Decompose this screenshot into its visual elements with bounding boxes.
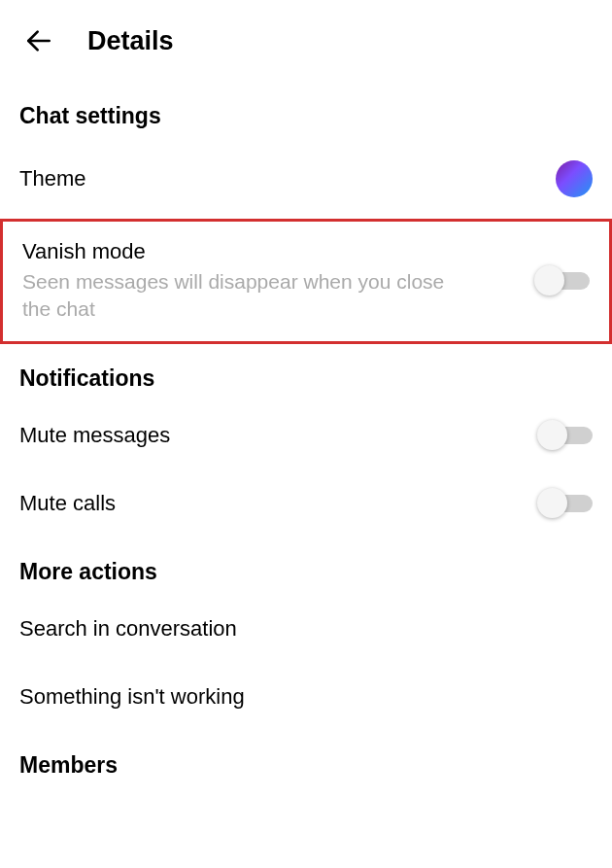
vanish-mode-description: Seen messages will disappear when you cl… [22,268,459,324]
mute-calls-text: Mute calls [19,491,540,516]
vanish-mode-label: Vanish mode [22,239,537,264]
mute-messages-text: Mute messages [19,423,540,448]
mute-messages-label: Mute messages [19,423,540,448]
mute-messages-row: Mute messages [0,401,612,469]
section-chat-settings: Chat settings [0,82,612,139]
header: Details [0,0,612,82]
toggle-knob [537,488,567,518]
mute-calls-toggle[interactable] [540,495,593,512]
mute-calls-row: Mute calls [0,469,612,538]
report-problem-row[interactable]: Something isn't working [0,663,612,731]
section-notifications: Notifications [0,344,612,401]
theme-text: Theme [19,166,556,191]
content: Chat settings Theme Vanish mode Seen mes… [0,82,612,788]
back-button[interactable] [19,21,58,60]
toggle-knob [537,420,567,450]
theme-row[interactable]: Theme [0,139,612,219]
vanish-mode-toggle[interactable] [537,272,590,290]
section-members: Members [0,731,612,788]
toggle-knob [534,265,564,295]
section-more-actions: More actions [0,538,612,595]
search-conversation-row[interactable]: Search in conversation [0,595,612,663]
vanish-mode-row: Vanish mode Seen messages will disappear… [0,219,612,344]
mute-calls-label: Mute calls [19,491,540,516]
theme-label: Theme [19,166,556,191]
page-title: Details [87,26,174,56]
vanish-mode-text: Vanish mode Seen messages will disappear… [22,239,537,324]
mute-messages-toggle[interactable] [540,427,593,444]
theme-color-icon [556,160,593,197]
back-arrow-icon [23,25,54,56]
